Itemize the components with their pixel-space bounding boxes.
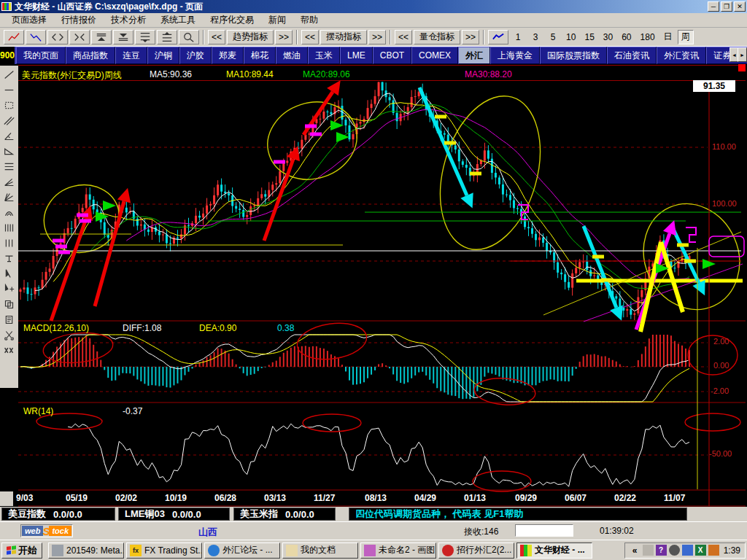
text-note-icon[interactable] [1, 251, 17, 266]
zoom-in-icon[interactable] [179, 30, 199, 44]
parallel-lines-icon[interactable] [1, 113, 17, 128]
tab-CBOT[interactable]: CBOT [373, 47, 411, 64]
period-3[interactable]: 3 [527, 30, 543, 44]
price-chart-canvas[interactable] [0, 64, 747, 507]
arc-icon[interactable] [1, 205, 17, 220]
menu-页面选择[interactable]: 页面选择 [4, 12, 54, 28]
next-摆动指标[interactable]: >> [368, 30, 386, 44]
menu-技术分析[interactable]: 技术分析 [104, 12, 153, 28]
indicator-group-摆动指标[interactable]: 摆动指标 [320, 30, 367, 44]
horizontal-line-icon[interactable] [1, 82, 17, 98]
scale-bottom-icon[interactable] [157, 30, 177, 44]
page-number-box[interactable]: 900 [0, 47, 16, 64]
keyboard-icon[interactable] [643, 545, 654, 556]
shrink-bars-icon[interactable] [69, 30, 90, 44]
prev-摆动指标[interactable]: << [301, 30, 319, 44]
prev-量仓指标[interactable]: << [395, 30, 412, 44]
gann-fan-icon[interactable] [1, 190, 17, 205]
select-arrow-icon[interactable] [1, 266, 17, 281]
time-ruler-icon[interactable] [1, 220, 17, 236]
speed-resistance-icon[interactable] [1, 174, 17, 190]
period-180[interactable]: 180 [637, 30, 659, 44]
zigzag-down-icon[interactable] [26, 30, 46, 44]
menu-程序化交易[interactable]: 程序化交易 [203, 12, 261, 28]
task-button-未命名2 - 画图[interactable]: 未命名2 - 画图 [360, 542, 436, 559]
period-30[interactable]: 30 [600, 30, 616, 44]
tab-棉花[interactable]: 棉花 [244, 47, 276, 64]
command-input[interactable] [515, 524, 573, 537]
paste-icon[interactable] [1, 312, 17, 327]
restore-button[interactable]: ❐ [721, 1, 732, 12]
gann-angle-icon[interactable] [1, 128, 17, 144]
help-tray-icon[interactable]: ? [656, 545, 667, 556]
scale-top-icon[interactable] [135, 30, 155, 44]
tab-外汇[interactable]: 外汇 [458, 47, 490, 64]
next-量仓指标[interactable]: >> [462, 30, 479, 44]
copy-icon[interactable] [1, 297, 17, 312]
camera-tray-icon[interactable] [669, 545, 680, 556]
period-周[interactable]: 周 [678, 30, 694, 44]
task-button-201549: Meta...[interactable]: 201549: Meta... [48, 542, 124, 559]
next-趋势指标[interactable]: >> [275, 30, 293, 44]
period-10[interactable]: 10 [562, 30, 579, 44]
expand-bars-icon[interactable] [47, 30, 68, 44]
tab-连豆[interactable]: 连豆 [115, 47, 147, 64]
rectangle-icon[interactable] [1, 98, 17, 113]
tab-LME[interactable]: LME [340, 47, 373, 64]
indicator-group-量仓指标[interactable]: 量仓指标 [414, 30, 460, 44]
triangle-icon[interactable] [1, 144, 17, 159]
period-1[interactable]: 1 [510, 30, 526, 44]
tab-沪铜[interactable]: 沪铜 [147, 47, 179, 64]
tab-沪胶[interactable]: 沪胶 [179, 47, 212, 64]
cut-icon[interactable] [1, 327, 17, 343]
tab-商品指数[interactable]: 商品指数 [66, 47, 115, 64]
period-5[interactable]: 5 [545, 30, 561, 44]
chart-clock-tray-icon[interactable] [708, 545, 719, 556]
drawn-annotations[interactable] [18, 80, 747, 506]
drawn-line [584, 264, 743, 322]
tab-外汇资讯[interactable]: 外汇资讯 [657, 47, 706, 64]
move-arrow-icon[interactable] [1, 281, 17, 297]
tab-scroll-right[interactable]: ► [738, 47, 747, 62]
excel-tray-icon[interactable]: X [695, 545, 706, 556]
prev-趋势指标[interactable]: << [208, 30, 225, 44]
period-日[interactable]: 日 [660, 30, 676, 44]
trend-line-icon[interactable] [1, 67, 17, 82]
menu-帮助[interactable]: 帮助 [293, 12, 325, 28]
tab-石油资讯[interactable]: 石油资讯 [607, 47, 657, 64]
menu-行情报价[interactable]: 行情报价 [54, 12, 104, 28]
cycle-lines-icon[interactable] [1, 236, 17, 251]
task-button-FX Trading St...[interactable]: fxFX Trading St... [126, 542, 202, 559]
indicator-group-趋势指标[interactable]: 趋势指标 [227, 30, 274, 44]
task-button-外汇论坛 - ...[interactable]: 外汇论坛 - ... [204, 542, 280, 559]
quote-box-美玉米指[interactable]: 美玉米指0.0/0.0 [233, 508, 336, 521]
start-button[interactable]: 开始 [1, 542, 42, 559]
menu-新闻[interactable]: 新闻 [261, 12, 293, 28]
close-button[interactable]: ✕ [734, 1, 746, 12]
tab-国际股票指数[interactable]: 国际股票指数 [540, 47, 607, 64]
task-button-文华财经 - ...[interactable]: 文华财经 - ... [516, 542, 592, 559]
minimize-button[interactable]: ─ [708, 1, 719, 12]
period-60[interactable]: 60 [618, 30, 635, 44]
tab-COMEX[interactable]: COMEX [411, 47, 458, 64]
task-button-我的文档[interactable]: 我的文档 [282, 542, 358, 559]
tab-郑麦[interactable]: 郑麦 [212, 47, 244, 64]
tab-玉米[interactable]: 玉米 [308, 47, 340, 64]
zigzag-period-icon[interactable] [488, 30, 508, 44]
tab-我的页面[interactable]: 我的页面 [16, 47, 66, 64]
compress-up-icon[interactable] [113, 30, 133, 44]
quote-box-LME铜03[interactable]: LME铜030.0/0.0 [118, 508, 230, 521]
network-tray-icon[interactable] [682, 545, 693, 556]
quote-box-美豆指数[interactable]: 美豆指数0.0/0.0 [1, 508, 115, 521]
tab-燃油[interactable]: 燃油 [276, 47, 308, 64]
compress-down-icon[interactable] [91, 30, 112, 44]
task-button-招行外汇2(2...[interactable]: 招行外汇2(2... [438, 542, 514, 559]
menu-系统工具[interactable]: 系统工具 [153, 12, 203, 28]
collapse-chevron[interactable]: « [630, 545, 640, 556]
tab-上海黄金[interactable]: 上海黄金 [490, 47, 540, 64]
status-bar: web S tock 山西 接收:146 01:39:02 [0, 521, 747, 540]
clear-all-icon[interactable] [1, 343, 17, 358]
fibo-retracement-icon[interactable] [1, 159, 17, 174]
period-15[interactable]: 15 [581, 30, 597, 44]
zigzag-up-icon[interactable] [4, 30, 24, 44]
